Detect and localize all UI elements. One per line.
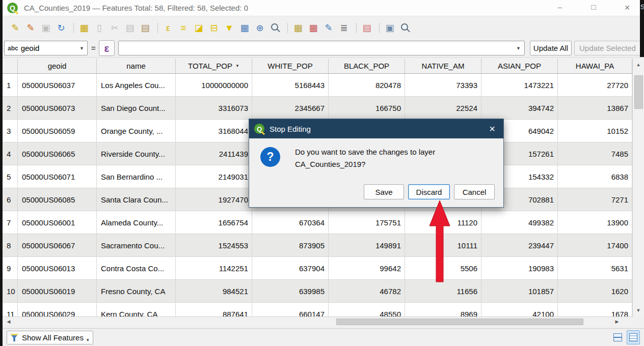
row-number-cell[interactable]: 1: [3, 74, 18, 97]
column-header-white_pop[interactable]: WHITE_POP: [252, 59, 329, 74]
cell-black_pop[interactable]: 46782: [329, 280, 405, 303]
row-number-cell[interactable]: 3: [3, 120, 18, 142]
cell-total_pop[interactable]: 3316073: [176, 97, 252, 120]
row-number-cell[interactable]: 6: [3, 188, 18, 211]
cell-name[interactable]: Riverside County...: [97, 142, 176, 165]
form-view-icon[interactable]: [611, 330, 624, 344]
column-header-total_pop[interactable]: TOTAL_POP▼: [176, 59, 252, 74]
horizontal-scroll-thumb[interactable]: [336, 319, 583, 325]
cell-hawai_pa[interactable]: 10152: [558, 120, 632, 142]
toggle-editing-icon[interactable]: ✎: [9, 21, 22, 35]
cell-name[interactable]: Alameda County...: [97, 211, 176, 234]
cell-white_pop[interactable]: 670364: [252, 211, 329, 234]
dialog-close-icon[interactable]: ×: [486, 124, 498, 134]
feature-filter-button[interactable]: Show All Features ▾: [7, 331, 93, 344]
cell-hawai_pa[interactable]: 27720: [558, 74, 632, 97]
cell-black_pop[interactable]: 99642: [329, 257, 405, 280]
cell-total_pop[interactable]: 887641: [176, 303, 252, 316]
window-titlebar[interactable]: Q CA_Counties_2019 — Features Total: 58,…: [3, 0, 644, 16]
cell-name[interactable]: Los Angeles Cou...: [97, 74, 176, 97]
row-number-cell[interactable]: 5: [3, 165, 18, 188]
column-header-asian_pop[interactable]: ASIAN_POP: [481, 59, 558, 74]
column-header-rownum[interactable]: [3, 59, 18, 74]
cell-name[interactable]: Fresno County, CA: [97, 280, 176, 303]
select-all-icon[interactable]: ≡: [177, 21, 190, 35]
cell-geoid[interactable]: 05000US06059: [18, 120, 97, 142]
cell-geoid[interactable]: 05000US06073: [18, 97, 97, 120]
scroll-left-icon[interactable]: ◀: [4, 317, 14, 326]
new-field-icon[interactable]: ▦: [291, 21, 305, 35]
update-all-button[interactable]: Update All: [530, 41, 572, 55]
cell-geoid[interactable]: 05000US06085: [18, 188, 97, 211]
multi-edit-icon[interactable]: ✎: [24, 21, 37, 35]
cell-hawai_pa[interactable]: 13867: [558, 97, 632, 120]
expression-builder-button[interactable]: ε: [99, 40, 115, 56]
cell-total_pop[interactable]: 10000000000: [176, 74, 252, 97]
select-by-expression-icon[interactable]: ε: [162, 21, 175, 35]
cell-geoid[interactable]: 05000US06067: [18, 234, 97, 257]
pan-to-selection-icon[interactable]: ⊕: [253, 21, 266, 35]
cell-hawai_pa[interactable]: 7485: [558, 142, 632, 165]
row-number-cell[interactable]: 7: [3, 211, 18, 234]
cell-geoid[interactable]: 05000US06071: [18, 165, 97, 188]
row-number-cell[interactable]: 4: [3, 142, 18, 165]
cell-total_pop[interactable]: 1656754: [176, 211, 252, 234]
cell-asian_pop[interactable]: 499382: [481, 211, 558, 234]
cell-asian_pop[interactable]: 239447: [481, 234, 558, 257]
cell-asian_pop[interactable]: 394742: [481, 97, 558, 120]
scroll-up-icon[interactable]: ▲: [633, 60, 644, 70]
vertical-scrollbar[interactable]: ▲ ▼: [632, 59, 644, 316]
field-calculator-icon[interactable]: ≣: [337, 21, 351, 35]
cell-black_pop[interactable]: 820478: [329, 74, 405, 97]
invert-selection-icon[interactable]: ◪: [192, 21, 205, 35]
cell-total_pop[interactable]: 2149031: [176, 165, 252, 188]
cell-hawai_pa[interactable]: 7271: [558, 188, 632, 211]
save-button[interactable]: Save: [364, 184, 404, 199]
cell-name[interactable]: Orange County, ...: [97, 120, 176, 142]
cell-total_pop[interactable]: 1142251: [176, 257, 252, 280]
zoom-to-selection-icon[interactable]: [269, 21, 282, 35]
cell-total_pop[interactable]: 2411439: [176, 142, 252, 165]
cell-black_pop[interactable]: 166750: [329, 97, 405, 120]
cell-hawai_pa[interactable]: 17400: [558, 234, 632, 257]
edit-field-icon[interactable]: ✎: [322, 21, 335, 35]
cell-name[interactable]: Sacramento Cou...: [97, 234, 176, 257]
row-number-cell[interactable]: 9: [3, 257, 18, 280]
cell-asian_pop[interactable]: 101857: [481, 280, 558, 303]
close-button[interactable]: ×: [623, 3, 632, 13]
column-header-hawai_pa[interactable]: HAWAI_PA: [558, 59, 632, 74]
cell-geoid[interactable]: 05000US06019: [18, 280, 97, 303]
cancel-button[interactable]: Cancel: [454, 184, 495, 199]
cell-black_pop[interactable]: 149891: [329, 234, 405, 257]
select-by-form-icon[interactable]: ▼: [223, 21, 236, 35]
cell-white_pop[interactable]: 637904: [252, 257, 329, 280]
cell-total_pop[interactable]: 1524553: [176, 234, 252, 257]
dock-attribute-table-icon[interactable]: ▣: [383, 21, 396, 35]
discard-button[interactable]: Discard: [408, 184, 450, 199]
cell-name[interactable]: San Bernardino ...: [97, 165, 176, 188]
actions-icon[interactable]: [398, 21, 412, 35]
cell-asian_pop[interactable]: 190983: [481, 257, 558, 280]
expression-input[interactable]: [119, 41, 513, 55]
scroll-right-icon[interactable]: ▶: [612, 317, 622, 326]
cell-geoid[interactable]: 05000US06037: [18, 74, 97, 97]
field-selector-combo[interactable]: abc geoid ▼: [4, 41, 88, 55]
conditional-formatting-icon[interactable]: ▤: [360, 21, 373, 35]
table-view-icon[interactable]: [627, 330, 640, 344]
cell-hawai_pa[interactable]: 13900: [558, 211, 632, 234]
cell-white_pop[interactable]: 639985: [252, 280, 329, 303]
cell-white_pop[interactable]: 660147: [252, 303, 329, 316]
delete-field-icon[interactable]: ▦: [307, 21, 320, 35]
dialog-titlebar[interactable]: Q Stop Editing ×: [249, 119, 503, 138]
cell-hawai_pa[interactable]: 5631: [558, 257, 632, 280]
row-number-cell[interactable]: 2: [3, 97, 18, 120]
cell-native_am[interactable]: 22524: [405, 97, 481, 120]
row-number-cell[interactable]: 10: [3, 280, 18, 303]
column-header-black_pop[interactable]: BLACK_POP: [329, 59, 405, 74]
cell-total_pop[interactable]: 3168044: [176, 120, 252, 142]
cell-black_pop[interactable]: 48550: [329, 303, 405, 316]
cell-geoid[interactable]: 05000US06013: [18, 257, 97, 280]
cell-geoid[interactable]: 05000US06065: [18, 142, 97, 165]
paste-icon[interactable]: ▤: [139, 21, 152, 35]
cell-geoid[interactable]: 05000US06029: [18, 303, 97, 316]
